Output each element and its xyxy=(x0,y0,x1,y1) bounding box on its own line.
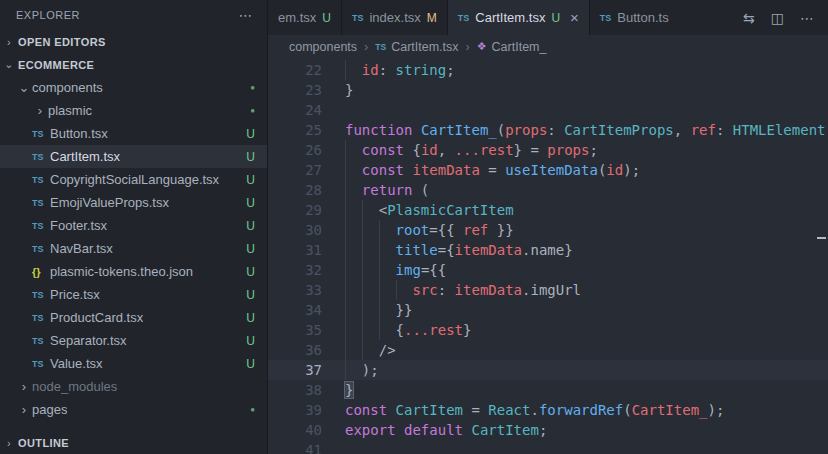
code-editor[interactable]: 22 id: string;23}2425function CartItem_(… xyxy=(268,58,828,454)
code-token: src xyxy=(412,282,437,298)
code-line-29[interactable]: 29 <PlasmicCartItem xyxy=(268,200,828,220)
line-content: const CartItem = React.forwardRef(CartIt… xyxy=(345,400,828,420)
code-line-35[interactable]: 35 {...rest} xyxy=(268,320,828,340)
code-line-25[interactable]: 25function CartItem_(props: CartItemProp… xyxy=(268,120,828,140)
code-token: { xyxy=(404,142,421,158)
file-label: components xyxy=(32,80,103,95)
ecommerce-section[interactable]: ⌄ ECOMMERCE xyxy=(0,53,267,76)
indent-guide xyxy=(345,300,346,320)
code-token: export xyxy=(345,422,396,438)
explorer-sidebar: EXPLORER ⋯ › OPEN EDITORS ⌄ ECOMMERCE ⌄c… xyxy=(0,0,268,454)
code-token: ); xyxy=(708,402,725,418)
more-actions-icon[interactable]: ⋯ xyxy=(800,10,814,26)
outline-section[interactable]: › OUTLINE xyxy=(0,431,267,454)
breadcrumb-item-components[interactable]: components xyxy=(289,40,357,54)
breadcrumb-label: CartItem_ xyxy=(492,40,547,54)
git-untracked-badge: U xyxy=(246,242,255,256)
code-line-38[interactable]: 38} xyxy=(268,380,828,400)
tab-cartitem-tsx[interactable]: TSCartItem.tsxU× xyxy=(448,0,590,35)
code-token: props xyxy=(505,122,547,138)
line-content xyxy=(345,440,828,454)
sidebar-item-plasmic[interactable]: ›plasmic● xyxy=(0,99,267,122)
code-line-27[interactable]: 27 const itemData = useItemData(id); xyxy=(268,160,828,180)
sidebar-item-emojivalueprops-tsx[interactable]: TSEmojiValueProps.tsxU xyxy=(0,191,267,214)
explorer-more-actions-icon[interactable]: ⋯ xyxy=(239,7,254,23)
code-token: , xyxy=(674,122,691,138)
tab-button-ts[interactable]: TSButton.ts xyxy=(590,0,679,35)
line-number: 28 xyxy=(268,180,322,200)
code-line-36[interactable]: 36 /> xyxy=(268,340,828,360)
open-editors-section[interactable]: › OPEN EDITORS xyxy=(0,30,267,53)
file-label: Button.tsx xyxy=(50,126,108,141)
line-content: <PlasmicCartItem xyxy=(345,200,828,220)
sidebar-item-button-tsx[interactable]: TSButton.tsxU xyxy=(0,122,267,145)
code-line-34[interactable]: 34 }} xyxy=(268,300,828,320)
code-token: default xyxy=(404,422,463,438)
breadcrumb-item-cartitem-tsx[interactable]: TSCartItem.tsx xyxy=(375,40,458,54)
sidebar-item-footer-tsx[interactable]: TSFooter.tsxU xyxy=(0,214,267,237)
code-line-26[interactable]: 26 const {id, ...rest} = props; xyxy=(268,140,828,160)
indent-guide xyxy=(345,160,346,180)
code-line-37[interactable]: 37 ); xyxy=(268,360,828,380)
code-token: ={{ xyxy=(429,222,463,238)
code-line-22[interactable]: 22 id: string; xyxy=(268,60,828,80)
breadcrumb-label: components xyxy=(289,40,357,54)
typescript-file-icon: TS xyxy=(32,175,50,185)
code-line-40[interactable]: 40export default CartItem; xyxy=(268,420,828,440)
code-token xyxy=(345,62,362,78)
code-line-31[interactable]: 31 title={itemData.name} xyxy=(268,240,828,260)
code-token: ...rest xyxy=(455,142,514,158)
file-tree: ⌄components●›plasmic●TSButton.tsxUTSCart… xyxy=(0,76,267,431)
code-line-41[interactable]: 41 xyxy=(268,440,828,454)
code-token: id xyxy=(421,142,438,158)
file-label: NavBar.tsx xyxy=(50,241,113,256)
line-content: {...rest} xyxy=(345,320,828,340)
line-number: 41 xyxy=(268,440,322,454)
sidebar-item-pages[interactable]: ›pages● xyxy=(0,398,267,421)
code-token: ; xyxy=(446,62,454,78)
code-line-23[interactable]: 23} xyxy=(268,80,828,100)
split-editor-icon[interactable]: ◫ xyxy=(771,10,784,26)
code-token xyxy=(412,122,420,138)
indent-guide xyxy=(345,280,346,300)
code-line-28[interactable]: 28 return ( xyxy=(268,180,828,200)
code-token: = xyxy=(463,402,488,418)
indent-guide xyxy=(345,180,346,200)
close-icon[interactable]: × xyxy=(570,10,579,25)
code-line-32[interactable]: 32 img={{ xyxy=(268,260,828,280)
code-line-33[interactable]: 33 src: itemData.imgUrl xyxy=(268,280,828,300)
indent-guide xyxy=(379,320,380,340)
sidebar-item-navbar-tsx[interactable]: TSNavBar.tsxU xyxy=(0,237,267,260)
indent-guide xyxy=(379,220,380,240)
editor-group: em.tsxUTSindex.tsxMTSCartItem.tsxU×TSBut… xyxy=(268,0,828,454)
code-line-39[interactable]: 39const CartItem = React.forwardRef(Cart… xyxy=(268,400,828,420)
line-number: 29 xyxy=(268,200,322,220)
sidebar-item-value-tsx[interactable]: TSValue.tsxU xyxy=(0,352,267,375)
sidebar-item-plasmic-tokens-theo-json[interactable]: {}plasmic-tokens.theo.jsonU xyxy=(0,260,267,283)
sidebar-item-productcard-tsx[interactable]: TSProductCard.tsxU xyxy=(0,306,267,329)
indent-guide xyxy=(345,140,346,160)
code-token: ); xyxy=(623,162,640,178)
code-token: : xyxy=(716,122,733,138)
file-label: EmojiValueProps.tsx xyxy=(50,195,169,210)
code-line-24[interactable]: 24 xyxy=(268,100,828,120)
line-content: } xyxy=(345,80,828,100)
chevron-down-icon: ⌄ xyxy=(0,58,18,71)
editor-scrollbar[interactable] xyxy=(816,58,828,454)
tab-em-tsx[interactable]: em.tsxU xyxy=(268,0,342,35)
editor-actions: ⇆◫⋯ xyxy=(729,0,828,35)
sidebar-item-components[interactable]: ⌄components● xyxy=(0,76,267,99)
line-content: title={itemData.name} xyxy=(345,240,828,260)
sidebar-item-separator-tsx[interactable]: TSSeparator.tsxU xyxy=(0,329,267,352)
sidebar-item-node-modules[interactable]: ›node_modules xyxy=(0,375,267,398)
breadcrumb-item-cartitem[interactable]: ❖CartItem_ xyxy=(477,40,547,54)
code-line-30[interactable]: 30 root={{ ref }} xyxy=(268,220,828,240)
code-token: const xyxy=(362,142,404,158)
typescript-file-icon: TS xyxy=(32,198,50,208)
open-changes-icon[interactable]: ⇆ xyxy=(743,10,755,26)
sidebar-item-price-tsx[interactable]: TSPrice.tsxU xyxy=(0,283,267,306)
sidebar-item-copyrightsociallanguage-tsx[interactable]: TSCopyrightSocialLanguage.tsxU xyxy=(0,168,267,191)
code-token: ref xyxy=(691,122,716,138)
sidebar-item-cartitem-tsx[interactable]: TSCartItem.tsxU xyxy=(0,145,267,168)
tab-index-tsx[interactable]: TSindex.tsxM xyxy=(342,0,448,35)
